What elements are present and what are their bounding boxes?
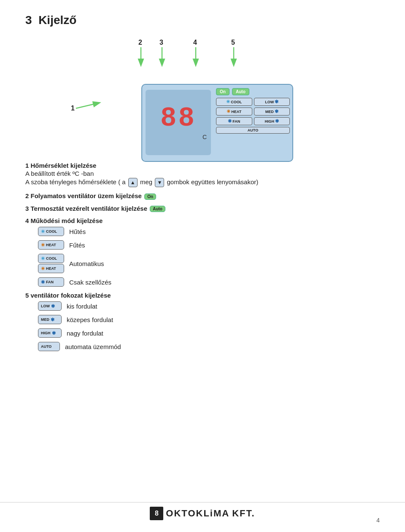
mode-list: ✳COOL Hűtés ✳HEAT Fűtés ✳COOL ✳HEAT — [38, 227, 380, 287]
speed-item-high: HIGH✾ nagy fordulat — [38, 328, 380, 338]
label-4: 4 — [193, 39, 197, 46]
heat-mode-button[interactable]: ✳HEAT — [216, 107, 252, 116]
auto-speed-label: automata üzemmód — [65, 343, 121, 350]
section-3-title: 3 Termosztát vezérelt ventilátor kijelzé… — [25, 205, 380, 212]
diagram-area: 1 2 3 4 5 88 C On — [34, 31, 329, 153]
heat-icon-2: ✳HEAT — [38, 264, 64, 273]
content-area: 1 Hőmérséklet kijelzése A beállított ért… — [0, 158, 405, 369]
med-icon: MED✾ — [38, 315, 62, 324]
auto-speed-icon: AUTO — [38, 342, 60, 351]
label-1: 1 — [71, 105, 75, 112]
mode-item-cool: ✳COOL Hűtés — [38, 227, 380, 236]
label-5: 5 — [231, 39, 235, 46]
high-speed-button[interactable]: HIGH✾ — [254, 117, 290, 125]
on-badge: On — [144, 193, 156, 200]
cool-icon-2: ✳COOL — [38, 254, 64, 263]
auto-label: Automatikus — [69, 260, 104, 267]
page-header: 3 Kijelző — [0, 0, 405, 27]
logo-text: OKTOKLiMA — [166, 508, 230, 519]
section-5-title: 5 ventilátor fokozat kijelzése — [25, 292, 380, 299]
fan-label: Csak szellőzés — [69, 279, 111, 286]
on-button[interactable]: On — [216, 88, 230, 95]
high-label: nagy fordulat — [67, 330, 103, 337]
auto-button[interactable]: Auto — [232, 88, 249, 95]
mode-item-heat: ✳HEAT Fűtés — [38, 240, 380, 250]
mode-item-fan: ❋FAN Csak szellőzés — [38, 277, 380, 287]
cool-label: Hűtés — [69, 228, 86, 235]
med-speed-button[interactable]: MED✾ — [254, 107, 290, 116]
temperature-digits: 88 — [160, 105, 196, 132]
up-arrow-btn[interactable]: ▲ — [128, 178, 138, 187]
cool-icon: ✳COOL — [38, 227, 64, 236]
section-4: 4 Működési mód kijelzése ✳COOL Hűtés ✳HE… — [25, 217, 380, 287]
section-5: 5 ventilátor fokozat kijelzése LOW✾ kis … — [25, 292, 380, 351]
svg-line-0 — [76, 103, 99, 108]
speed-list: LOW✾ kis fordulat MED✾ közepes fordulat … — [38, 301, 380, 351]
auto-mode-button[interactable]: AUTO — [216, 127, 290, 134]
logo-area: 8 OKTOKLiMA KFT. — [150, 507, 255, 524]
med-label: közepes fordulat — [67, 316, 113, 323]
section-1: 1 Hőmérséklet kijelzése A beállított ért… — [25, 162, 380, 187]
logo-symbol: 8 — [150, 507, 163, 520]
label-2: 2 — [138, 39, 142, 46]
high-icon: HIGH✾ — [38, 328, 62, 338]
auto-badge: Auto — [150, 206, 165, 212]
heat-label: Fűtés — [69, 242, 85, 249]
label-3: 3 — [159, 39, 163, 46]
cool-mode-button[interactable]: ✳COOL — [216, 98, 252, 106]
low-label: kis fordulat — [67, 303, 97, 310]
page-number: 4 — [376, 517, 380, 524]
logo-kft: KFT. — [232, 508, 255, 519]
low-speed-button[interactable]: LOW✾ — [254, 98, 290, 106]
section-1-title: 1 Hőmérséklet kijelzése — [25, 162, 380, 169]
degree-unit: C — [202, 134, 207, 140]
heat-icon: ✳HEAT — [38, 240, 64, 250]
down-arrow-btn[interactable]: ▼ — [155, 178, 164, 187]
page-footer: 8 OKTOKLiMA KFT. — [0, 502, 405, 524]
fan-icon: ❋FAN — [38, 277, 64, 287]
mode-item-auto: ✳COOL ✳HEAT Automatikus — [38, 254, 380, 273]
fan-mode-button[interactable]: ❋FAN — [216, 117, 252, 125]
speed-item-auto: AUTO automata üzemmód — [38, 342, 380, 351]
section-2-title: 2 Folyamatos ventilátor üzem kijelzése O… — [25, 192, 380, 200]
section-1-line2: A szoba tényleges hőmérséklete ( a ▲ meg… — [25, 178, 380, 187]
low-icon: LOW✾ — [38, 301, 62, 311]
section-1-line1: A beállított érték ºC -ban — [25, 170, 380, 177]
speed-item-med: MED✾ közepes fordulat — [38, 315, 380, 324]
section-3: 3 Termosztát vezérelt ventilátor kijelzé… — [25, 205, 380, 212]
auto-double-icon: ✳COOL ✳HEAT — [38, 254, 64, 273]
section-4-title: 4 Működési mód kijelzése — [25, 217, 380, 224]
speed-item-low: LOW✾ kis fordulat — [38, 301, 380, 311]
page-title: 3 Kijelző — [25, 13, 380, 27]
section-2: 2 Folyamatos ventilátor üzem kijelzése O… — [25, 192, 380, 200]
